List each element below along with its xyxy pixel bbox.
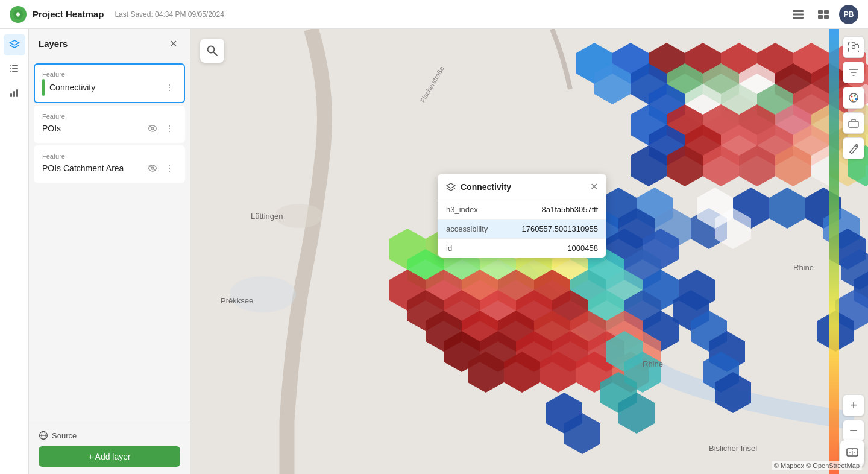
popup-title: Connectivity <box>461 182 585 192</box>
add-layer-button[interactable]: + Add layer <box>39 446 180 467</box>
popup-header: Connectivity ✕ <box>438 174 606 200</box>
app-logo <box>10 6 27 23</box>
map-palette-button[interactable] <box>843 87 864 109</box>
sidebar-icon-chart[interactable] <box>4 82 25 104</box>
layer-visibility-btn-3[interactable] <box>145 161 160 175</box>
layers-list: Feature Connectivity ⋮ Feature POIs ⋮ <box>29 58 190 423</box>
table-icon[interactable] <box>788 5 808 24</box>
svg-rect-1 <box>793 10 804 12</box>
map-area[interactable]: Lüttingen Prêkksee Rhine Rhine Bislicher… <box>190 29 868 474</box>
layer-menu-btn-3[interactable]: ⋮ <box>162 161 177 175</box>
popup-key-accessibility: accessibility <box>446 224 521 233</box>
layer-menu-btn-2[interactable]: ⋮ <box>162 121 177 136</box>
layer-name-2: POIs <box>42 124 140 133</box>
svg-rect-12 <box>10 68 11 69</box>
left-sidebar-icons <box>0 29 29 474</box>
popup-row-id: id 1000458 <box>438 239 606 258</box>
layers-close-button[interactable]: ✕ <box>166 36 180 51</box>
color-scale-strip <box>829 29 839 474</box>
layer-name-3: POIs Catchment Area <box>42 163 140 173</box>
svg-line-164 <box>213 52 217 55</box>
map-zoom-in-button[interactable]: + <box>843 394 864 416</box>
popup-row-accessibility: accessibility 1760557.5001310955 <box>438 220 606 239</box>
layers-panel: Layers ✕ Feature Connectivity ⋮ Feature … <box>29 29 190 474</box>
svg-text:Lüttingen: Lüttingen <box>251 212 283 221</box>
layer-item-connectivity[interactable]: Feature Connectivity ⋮ <box>34 63 185 103</box>
layer-type-3: Feature <box>42 153 177 160</box>
svg-point-168 <box>854 95 856 97</box>
svg-point-166 <box>849 93 858 102</box>
svg-point-170 <box>852 100 854 101</box>
layer-menu-btn-1[interactable]: ⋮ <box>162 80 177 95</box>
svg-rect-6 <box>818 15 823 19</box>
sidebar-icon-list[interactable] <box>4 58 25 80</box>
map-suitcase-button[interactable] <box>843 112 864 134</box>
svg-rect-15 <box>13 91 15 97</box>
layer-type-2: Feature <box>42 113 177 120</box>
map-background: Lüttingen Prêkksee Rhine Rhine Bislicher… <box>190 29 868 474</box>
user-avatar[interactable]: PB <box>839 5 858 24</box>
popup-close-button[interactable]: ✕ <box>590 181 598 192</box>
map-zoom-out-button[interactable]: − <box>843 420 864 441</box>
svg-rect-2 <box>793 13 804 15</box>
svg-rect-171 <box>849 121 858 127</box>
svg-rect-14 <box>10 93 12 97</box>
layers-footer: Source + Add layer <box>29 423 190 474</box>
map-draw-button[interactable] <box>843 137 864 159</box>
map-search-button[interactable] <box>200 39 224 63</box>
header: Project Heatmap Last Saved: 04:34 PM 09/… <box>0 0 868 29</box>
svg-rect-16 <box>16 89 18 97</box>
sidebar-icon-layers[interactable] <box>4 34 25 55</box>
popup-row-h3index: h3_index 8a1fa5bb3057fff <box>438 200 606 220</box>
svg-rect-10 <box>12 71 18 72</box>
svg-text:Rhine: Rhine <box>793 263 814 272</box>
layer-item-pois-catchment[interactable]: Feature POIs Catchment Area ⋮ <box>34 145 185 183</box>
popup-val-id: 1000458 <box>567 244 598 253</box>
svg-text:Prêkksee: Prêkksee <box>221 296 253 305</box>
last-saved: Last Saved: 04:34 PM 09/05/2024 <box>115 10 224 19</box>
layer-item-pois[interactable]: Feature POIs ⋮ <box>34 106 185 143</box>
svg-rect-5 <box>824 10 829 14</box>
svg-rect-9 <box>12 68 18 69</box>
svg-text:Bislicher Insel: Bislicher Insel <box>709 444 757 453</box>
layers-header: Layers ✕ <box>29 29 190 58</box>
project-title: Project Heatmap <box>33 9 104 19</box>
layer-visibility-btn-2[interactable] <box>145 121 160 136</box>
svg-rect-8 <box>12 65 18 66</box>
feature-popup: Connectivity ✕ h3_index 8a1fa5bb3057fff … <box>438 174 606 258</box>
popup-key-id: id <box>446 244 567 253</box>
svg-point-169 <box>855 98 857 100</box>
svg-rect-3 <box>793 17 804 19</box>
grid-icon[interactable] <box>814 5 833 24</box>
popup-val-accessibility: 1760557.5001310955 <box>521 224 598 233</box>
source-label: Source <box>52 431 77 440</box>
popup-key-h3index: h3_index <box>446 205 541 214</box>
svg-point-26 <box>230 276 296 312</box>
svg-rect-11 <box>10 65 11 66</box>
layer-color-indicator-1 <box>42 79 45 96</box>
source-row: Source <box>39 431 180 440</box>
svg-rect-13 <box>10 71 11 72</box>
svg-point-167 <box>851 96 853 98</box>
popup-val-h3index: 8a1fa5bb3057fff <box>541 205 598 214</box>
svg-rect-4 <box>818 10 823 14</box>
svg-text:Rhine: Rhine <box>643 359 663 368</box>
map-attribution: © Mapbox © OpenStreetMap <box>772 461 862 470</box>
map-filter-button[interactable] <box>843 62 864 83</box>
layer-name-1: Connectivity <box>49 83 157 92</box>
svg-rect-7 <box>824 15 829 19</box>
map-settings-button[interactable] <box>843 36 864 58</box>
layer-type-1: Feature <box>42 71 177 78</box>
svg-point-165 <box>852 46 855 49</box>
layers-panel-title: Layers <box>39 39 166 49</box>
